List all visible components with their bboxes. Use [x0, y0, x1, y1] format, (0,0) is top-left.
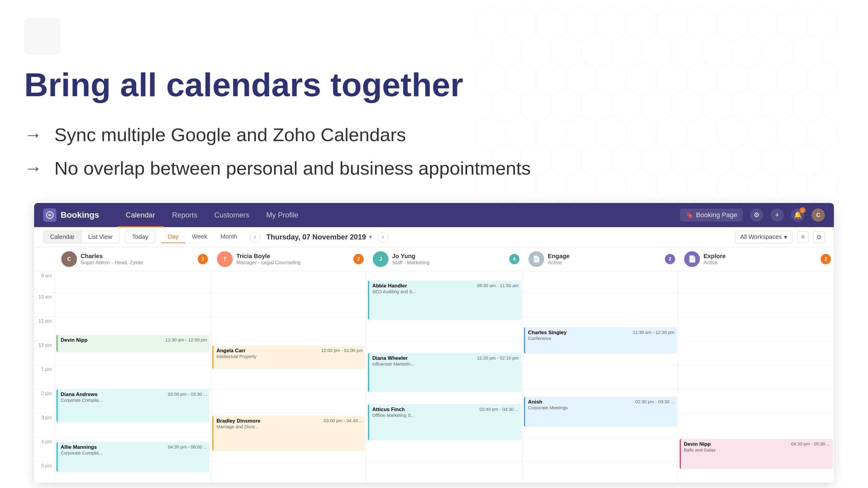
booking-page-btn[interactable]: 🔖 Booking Page	[680, 209, 743, 221]
period-tabs: Day Week Month	[161, 231, 244, 243]
app-navbar: Bookings Calendar Reports Customers My P…	[34, 203, 834, 227]
event-bradley-dinsmore[interactable]: Bradley Dinsmore Marriage and Divor... 0…	[212, 416, 365, 451]
cal-col-engage: Charles Singley Conference 11:30 am - 12…	[523, 271, 679, 483]
event-devin-nipp-2[interactable]: Devin Nipp Balls and Galas 04:30 pm - 05…	[680, 439, 833, 469]
staff-badge-tricia: 2	[353, 254, 364, 264]
gear-icon: ⚙	[754, 211, 760, 219]
staff-avatar-explore: 📄	[684, 251, 700, 267]
dropdown-chevron-icon: ▾	[784, 233, 787, 241]
event-diana-wheeler[interactable]: Diana Wheeler Influencer Marketin... 12:…	[368, 353, 521, 392]
cal-toolbar: Calendar List View Today Day Week Month …	[34, 227, 834, 247]
notifications-btn[interactable]: 🔔 2	[791, 208, 804, 222]
nav-right: 🔖 Booking Page ⚙ + 🔔 2 C	[680, 208, 825, 222]
cal-col-charles: Devin Nipp 11:30 am - 12:00 pm Diana And…	[55, 271, 211, 483]
time-slot-11am: 11 am	[34, 317, 55, 341]
main-heading: Bring all calendars together	[24, 66, 844, 103]
logo-text: Bookings	[61, 210, 99, 220]
staff-avatar-jo: J	[373, 251, 389, 267]
tab-calendar[interactable]: Calendar	[117, 203, 163, 227]
staff-role-explore: Active	[704, 260, 828, 266]
period-week[interactable]: Week	[185, 231, 214, 243]
cal-columns: Devin Nipp 11:30 am - 12:00 pm Diana And…	[55, 271, 834, 483]
staff-cell-charles: C Charles Super Admin - Head, Zykler 3	[55, 251, 211, 267]
cal-body: 9 am 10 am 11 am 12 pm 1 pm 2 pm 3 pm 4 …	[34, 271, 834, 483]
staff-cell-jo: J Jo Yung Staff - Marketing 4	[367, 251, 522, 267]
staff-avatar-engage: 📄	[528, 251, 544, 267]
event-angela-carr[interactable]: Angela Carr Intellectual Property 12:00 …	[212, 345, 365, 369]
staff-role-jo: Staff - Marketing	[392, 260, 517, 266]
tab-reports[interactable]: Reports	[163, 203, 206, 227]
tab-my-profile[interactable]: My Profile	[258, 203, 307, 227]
staff-badge-jo: 4	[509, 254, 519, 264]
tab-customers[interactable]: Customers	[206, 203, 258, 227]
view-list-btn[interactable]: List View	[81, 231, 119, 243]
date-dropdown-icon: ▾	[369, 234, 372, 240]
view-toggle: Calendar List View	[43, 231, 119, 243]
next-arrow[interactable]: ›	[378, 232, 388, 242]
staff-badge-explore: 2	[820, 254, 831, 264]
staff-name-charles: Charles	[81, 253, 205, 260]
toolbar-right: All Workspaces ▾ ≡ ⚙	[735, 231, 825, 243]
view-calendar-btn[interactable]: Calendar	[43, 231, 81, 243]
staff-name-jo: Jo Yung	[392, 253, 517, 260]
booking-page-icon: 🔖	[685, 211, 693, 219]
arrow-icon-2: →	[24, 158, 42, 178]
logo-icon	[43, 208, 56, 222]
time-slot-5pm: 5 pm	[34, 461, 55, 483]
staff-cell-tricia: T Tricia Boyle Manager - Legal Counselin…	[211, 251, 367, 267]
settings-icon-btn[interactable]: ⚙	[813, 231, 825, 243]
time-slot-3pm: 3 pm	[34, 413, 55, 437]
event-charles-singley[interactable]: Charles Singley Conference 11:30 am - 12…	[524, 327, 677, 354]
notification-badge: 2	[800, 207, 806, 213]
staff-name-engage: Engage	[548, 253, 672, 260]
settings-btn[interactable]: ⚙	[750, 208, 763, 222]
staff-role-engage: Active	[548, 260, 672, 266]
event-atticus-finch[interactable]: Atticus Finch Offline Marketing S... 02:…	[368, 404, 521, 441]
time-slot-9am: 9 am	[34, 271, 55, 293]
period-day[interactable]: Day	[161, 231, 185, 243]
bullet-list: → Sync multiple Google and Zoho Calendar…	[24, 124, 844, 179]
prev-arrow[interactable]: ‹	[250, 232, 260, 242]
time-slot-4pm: 4 pm	[34, 437, 55, 461]
event-devin-nipp-1[interactable]: Devin Nipp 11:30 am - 12:00 pm	[56, 335, 210, 352]
time-slot-10am: 10 am	[34, 293, 55, 317]
cal-col-explore: Devin Nipp Balls and Galas 04:30 pm - 05…	[679, 271, 834, 483]
bullet-item-2: → No overlap between personal and busine…	[24, 157, 844, 179]
app-screenshot: Bookings Calendar Reports Customers My P…	[34, 203, 834, 483]
staff-name-tricia: Tricia Boyle	[236, 253, 361, 260]
event-anish[interactable]: Anish Corporate Meetings 02:30 pm - 03:3…	[524, 397, 677, 427]
event-allie-mannings[interactable]: Allie Mannings Corporate Complia... 04:3…	[56, 442, 210, 472]
event-abbie-handler[interactable]: Abbie Handler SEO Auditing and S... 09:3…	[368, 281, 521, 320]
staff-badge-charles: 3	[198, 254, 208, 264]
bullet-item-1: → Sync multiple Google and Zoho Calendar…	[24, 124, 844, 145]
staff-cell-engage: 📄 Engage Active 2	[522, 251, 678, 267]
app-logo: Bookings	[43, 208, 99, 222]
period-month[interactable]: Month	[214, 231, 244, 243]
app-icon-box	[24, 18, 60, 54]
nav-tabs: Calendar Reports Customers My Profile	[117, 203, 680, 227]
avatar-initials: C	[812, 208, 825, 222]
staff-avatar-charles: C	[61, 251, 77, 267]
staff-badge-engage: 2	[665, 254, 675, 264]
time-slot-12pm: 12 pm	[34, 341, 55, 365]
date-display: Thursday, 07 November 2019 ▾	[266, 233, 372, 241]
list-view-icon-btn[interactable]: ≡	[797, 231, 809, 243]
arrow-icon-1: →	[24, 124, 42, 145]
bullet-text-1: Sync multiple Google and Zoho Calendars	[54, 124, 406, 145]
time-slot-2pm: 2 pm	[34, 389, 55, 413]
user-avatar[interactable]: C	[812, 208, 825, 222]
staff-role-tricia: Manager - Legal Counseling	[236, 260, 361, 266]
bullet-text-2: No overlap between personal and business…	[54, 157, 531, 179]
time-column: 9 am 10 am 11 am 12 pm 1 pm 2 pm 3 pm 4 …	[34, 271, 55, 483]
staff-role-charles: Super Admin - Head, Zykler	[81, 260, 205, 266]
today-btn[interactable]: Today	[125, 231, 155, 243]
time-slot-1pm: 1 pm	[34, 365, 55, 389]
staff-cell-explore: 📄 Explore Active 2	[678, 251, 834, 267]
event-diana-andrews[interactable]: Diana Andrews Corporate Complia... 02:00…	[56, 389, 210, 422]
plus-icon: +	[775, 211, 779, 219]
staff-name-explore: Explore	[704, 253, 828, 260]
workspace-dropdown[interactable]: All Workspaces ▾	[735, 231, 792, 243]
staff-avatar-tricia: T	[217, 251, 233, 267]
add-btn[interactable]: +	[771, 208, 784, 222]
staff-row: C Charles Super Admin - Head, Zykler 3 T…	[34, 247, 834, 271]
